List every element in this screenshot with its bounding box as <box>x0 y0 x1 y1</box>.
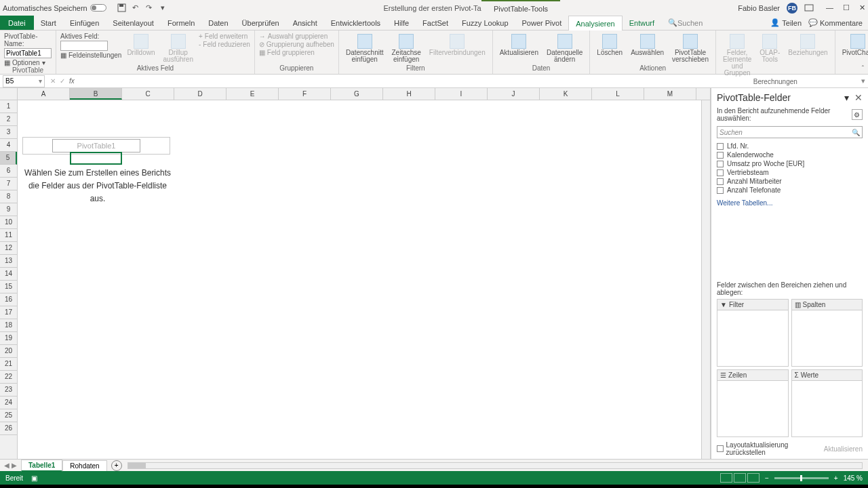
col-header[interactable]: M <box>644 88 696 100</box>
dropzone-spalten[interactable]: ▥Spalten <box>791 299 863 367</box>
sheet-tab-2[interactable]: Rohdaten <box>62 460 106 471</box>
cells-area[interactable]: PivotTable1 Wählen Sie zum Erstellen ein… <box>18 100 701 459</box>
dropzone-zeilen[interactable]: ☰Zeilen <box>717 369 789 437</box>
view-normal-icon[interactable] <box>720 473 732 483</box>
field-item[interactable]: Umsatz pro Woche [EUR] <box>717 160 863 167</box>
row-header[interactable]: 18 <box>0 319 17 332</box>
row-header[interactable]: 20 <box>0 345 17 358</box>
col-header[interactable]: G <box>331 88 383 100</box>
more-tables-link[interactable]: Weitere Tabellen... <box>717 199 863 207</box>
collapse-ribbon-icon[interactable]: ˆ <box>862 65 864 73</box>
row-header[interactable]: 1 <box>0 100 17 113</box>
field-item[interactable]: Kalenderwoche <box>717 151 863 159</box>
tab-analysieren[interactable]: Analysieren <box>568 16 622 30</box>
row-header[interactable]: 19 <box>0 332 17 345</box>
tab-formeln[interactable]: Formeln <box>161 16 201 30</box>
fx-icon[interactable]: fx <box>69 77 75 85</box>
col-header[interactable]: J <box>488 88 540 100</box>
pane-close-icon[interactable]: ✕ <box>854 92 863 103</box>
datenquelle-button[interactable]: Datenquelle ändern <box>544 33 585 64</box>
pane-menu-icon[interactable]: ▾ <box>844 92 849 103</box>
name-box[interactable]: B5▾ <box>3 75 45 87</box>
loeschen-button[interactable]: Löschen <box>594 33 625 64</box>
user-avatar[interactable]: FB <box>787 3 797 14</box>
cancel-fx-icon[interactable]: ✕ <box>50 77 56 85</box>
datenschnitt-button[interactable]: Datenschnitt einfügen <box>343 33 387 64</box>
feldeinstellungen-button[interactable]: ▦ Feldeinstellungen <box>60 52 121 59</box>
tab-start[interactable]: Start <box>34 16 63 30</box>
checkbox-icon[interactable] <box>717 187 724 194</box>
row-header[interactable]: 14 <box>0 268 17 281</box>
tab-hilfe[interactable]: Hilfe <box>387 16 416 30</box>
minimize-icon[interactable]: — <box>826 3 833 12</box>
row-header[interactable]: 17 <box>0 306 17 319</box>
tab-file[interactable]: Datei <box>0 16 34 30</box>
save-icon[interactable] <box>117 3 127 13</box>
qat-dropdown-icon[interactable]: ▾ <box>158 3 167 13</box>
tab-entwurf[interactable]: Entwurf <box>623 16 661 30</box>
col-header[interactable]: A <box>18 88 70 100</box>
col-header[interactable]: L <box>592 88 644 100</box>
toggle-switch[interactable] <box>90 4 106 12</box>
row-header[interactable]: 15 <box>0 281 17 293</box>
row-header[interactable]: 25 <box>0 409 17 422</box>
expand-formula-icon[interactable]: ▾ <box>861 77 865 85</box>
checkbox-icon[interactable] <box>717 169 724 176</box>
sheet-tab-1[interactable]: Tabelle1 <box>21 460 62 472</box>
zoom-level[interactable]: 145 % <box>844 474 863 482</box>
pivotname-input[interactable] <box>4 48 52 58</box>
row-header[interactable]: 12 <box>0 242 17 255</box>
field-search-input[interactable]: Suchen🔍 <box>717 126 863 138</box>
ribbon-display-icon[interactable] <box>804 4 814 12</box>
aktualisieren-button[interactable]: Aktualisieren <box>497 33 541 64</box>
row-header[interactable]: 11 <box>0 229 17 242</box>
defer-layout-checkbox[interactable]: Layoutaktualisierung zurückstellen <box>717 441 824 456</box>
macro-record-icon[interactable]: ▣ <box>31 474 37 482</box>
zoom-in-icon[interactable]: + <box>834 474 838 482</box>
tab-powerpivot[interactable]: Power Pivot <box>515 16 569 30</box>
row-header[interactable]: 24 <box>0 396 17 409</box>
row-header[interactable]: 3 <box>0 126 17 139</box>
tab-ueberpruefen[interactable]: Überprüfen <box>235 16 286 30</box>
zeitachse-button[interactable]: Zeitachse einfügen <box>389 33 424 64</box>
gear-icon[interactable]: ⚙ <box>852 109 863 120</box>
tab-daten[interactable]: Daten <box>201 16 235 30</box>
col-header[interactable]: B <box>70 88 122 100</box>
vertical-scrollbar[interactable] <box>701 100 710 459</box>
undo-icon[interactable]: ↶ <box>131 3 140 13</box>
tab-ansicht[interactable]: Ansicht <box>286 16 324 30</box>
redo-icon[interactable]: ↷ <box>144 3 154 13</box>
tab-factset[interactable]: FactSet <box>416 16 455 30</box>
zoom-out-icon[interactable]: − <box>765 474 769 482</box>
select-all-corner[interactable] <box>0 88 18 100</box>
close-icon[interactable]: ✕ <box>859 3 865 12</box>
comments-button[interactable]: 💬 Kommentare <box>808 18 863 27</box>
row-header[interactable]: 16 <box>0 293 17 306</box>
col-header[interactable]: H <box>383 88 435 100</box>
col-header[interactable]: F <box>279 88 331 100</box>
maximize-icon[interactable]: ☐ <box>843 3 850 12</box>
verschieben-button[interactable]: PivotTable verschieben <box>669 33 711 64</box>
optionen-button[interactable]: ▦ Optionen ▾ <box>4 59 52 66</box>
tab-einfuegen[interactable]: Einfügen <box>63 16 106 30</box>
row-header[interactable]: 23 <box>0 384 17 396</box>
row-header[interactable]: 6 <box>0 165 17 178</box>
add-sheet-button[interactable]: + <box>111 460 122 471</box>
row-header[interactable]: 26 <box>0 422 17 435</box>
row-header[interactable]: 13 <box>0 255 17 268</box>
share-button[interactable]: 👤 Teilen <box>770 18 802 27</box>
enter-fx-icon[interactable]: ✓ <box>60 77 65 85</box>
col-header[interactable]: E <box>226 88 279 100</box>
dropzone-filter[interactable]: ▼Filter <box>717 299 789 367</box>
field-item[interactable]: Anzahl Telefonate <box>717 186 863 194</box>
col-header[interactable]: C <box>122 88 174 100</box>
checkbox-icon[interactable] <box>717 152 724 159</box>
checkbox-icon[interactable] <box>717 143 724 150</box>
row-header[interactable]: 4 <box>0 139 17 152</box>
pivotchart-button[interactable]: PivotChart <box>840 33 868 64</box>
col-header[interactable]: I <box>435 88 488 100</box>
aktivesfeld-input[interactable] <box>60 41 108 51</box>
tab-entwicklertools[interactable]: Entwicklertools <box>324 16 387 30</box>
row-header[interactable]: 21 <box>0 358 17 371</box>
col-header[interactable]: D <box>174 88 226 100</box>
